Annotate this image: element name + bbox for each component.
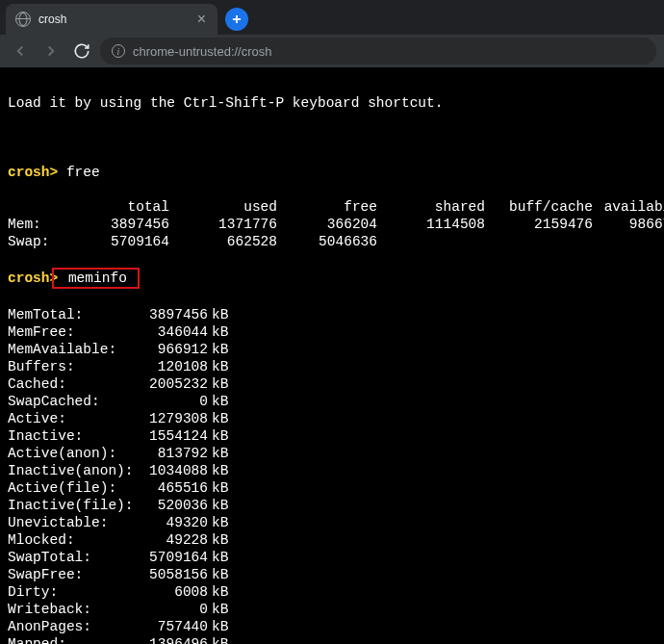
meminfo-label: MemFree: — [8, 323, 135, 341]
cell: 1371776 — [169, 216, 277, 233]
free-row-mem: Mem: 3897456 1371776 366204 1114508 2159… — [8, 216, 656, 233]
meminfo-row: Mapped:1396496kB — [8, 635, 656, 644]
terminal-blank — [8, 129, 656, 146]
meminfo-row: SwapCached:0kB — [8, 393, 656, 410]
meminfo-label: SwapFree: — [8, 566, 135, 583]
meminfo-row: MemTotal:3897456kB — [8, 306, 656, 323]
meminfo-unit: kB — [208, 635, 231, 644]
meminfo-row: Dirty:6008kB — [8, 583, 656, 601]
meminfo-unit: kB — [208, 479, 231, 497]
row-label: Mem: — [8, 216, 69, 233]
col-available: available — [593, 198, 664, 216]
free-row-swap: Swap: 5709164 662528 5046636 — [8, 233, 656, 250]
meminfo-value: 520036 — [135, 497, 208, 514]
new-tab-button[interactable] — [225, 8, 248, 31]
terminal-line: Load it by using the Ctrl-Shift-P keyboa… — [8, 94, 656, 112]
globe-icon — [15, 12, 31, 27]
meminfo-row: Active(file):465516kB — [8, 479, 656, 497]
meminfo-row: Inactive:1554124kB — [8, 427, 656, 445]
meminfo-label: SwapCached: — [8, 393, 135, 410]
cell: 2159476 — [485, 216, 593, 233]
meminfo-row: SwapTotal:5709164kB — [8, 549, 656, 566]
meminfo-label: Active: — [8, 410, 135, 427]
cell: 986676 — [593, 216, 664, 233]
col-blank — [8, 198, 69, 216]
meminfo-value: 1279308 — [135, 410, 208, 427]
meminfo-unit: kB — [208, 393, 231, 410]
cell: 662528 — [169, 233, 277, 250]
tab-bar: crosh × — [0, 0, 664, 35]
free-output: total used free shared buff/cache availa… — [8, 198, 656, 250]
meminfo-unit: kB — [208, 410, 231, 427]
cell: 366204 — [277, 216, 377, 233]
prompt: crosh> — [8, 270, 58, 286]
meminfo-row: Unevictable:49320kB — [8, 514, 656, 531]
close-icon[interactable]: × — [195, 12, 208, 27]
tab-title: crosh — [38, 13, 195, 26]
meminfo-unit: kB — [208, 497, 231, 514]
meminfo-label: Active(file): — [8, 479, 135, 497]
meminfo-label: Inactive(anon): — [8, 462, 135, 479]
meminfo-label: MemTotal: — [8, 306, 135, 323]
meminfo-label: Cached: — [8, 375, 135, 393]
meminfo-row: Inactive(file):520036kB — [8, 497, 656, 514]
meminfo-row: Cached:2005232kB — [8, 375, 656, 393]
meminfo-value: 5709164 — [135, 549, 208, 566]
col-free: free — [277, 198, 377, 216]
col-buffcache: buff/cache — [485, 198, 593, 216]
col-shared: shared — [377, 198, 485, 216]
col-total: total — [69, 198, 169, 216]
meminfo-value: 1554124 — [135, 427, 208, 445]
prompt: crosh> — [8, 165, 58, 180]
row-label: Swap: — [8, 233, 69, 250]
meminfo-value: 3897456 — [135, 306, 208, 323]
meminfo-row: Buffers:120108kB — [8, 358, 656, 375]
meminfo-value: 49228 — [135, 531, 208, 549]
meminfo-value: 1034088 — [135, 462, 208, 479]
meminfo-label: Dirty: — [8, 583, 135, 601]
command-text: free — [66, 165, 100, 180]
cell — [593, 233, 664, 250]
meminfo-unit: kB — [208, 375, 231, 393]
meminfo-unit: kB — [208, 341, 231, 358]
meminfo-value: 120108 — [135, 358, 208, 375]
cell: 5046636 — [277, 233, 377, 250]
meminfo-value: 49320 — [135, 514, 208, 531]
cell: 5709164 — [69, 233, 169, 250]
meminfo-unit: kB — [208, 583, 231, 601]
info-icon[interactable]: i — [112, 44, 125, 58]
meminfo-value: 2005232 — [135, 375, 208, 393]
meminfo-row: Writeback:0kB — [8, 601, 656, 618]
meminfo-row: MemFree:346044kB — [8, 323, 656, 341]
forward-button[interactable] — [38, 39, 64, 64]
meminfo-label: Writeback: — [8, 601, 135, 618]
meminfo-row: AnonPages:757440kB — [8, 618, 656, 635]
meminfo-label: AnonPages: — [8, 618, 135, 635]
meminfo-value: 0 — [135, 393, 208, 410]
address-bar[interactable]: i chrome-untrusted://crosh — [100, 38, 656, 64]
meminfo-unit: kB — [208, 306, 231, 323]
meminfo-row: Active:1279308kB — [8, 410, 656, 427]
meminfo-unit: kB — [208, 601, 231, 618]
arrow-left-icon — [12, 42, 29, 60]
terminal-command-line: crosh> free — [8, 164, 656, 181]
terminal[interactable]: Load it by using the Ctrl-Shift-P keyboa… — [0, 67, 664, 644]
reload-icon — [73, 42, 90, 60]
meminfo-unit: kB — [208, 462, 231, 479]
meminfo-label: MemAvailable: — [8, 341, 135, 358]
reload-button[interactable] — [69, 39, 94, 64]
meminfo-unit: kB — [208, 323, 231, 341]
meminfo-unit: kB — [208, 427, 231, 445]
back-button[interactable] — [8, 39, 33, 64]
meminfo-unit: kB — [208, 618, 231, 635]
meminfo-label: Unevictable: — [8, 514, 135, 531]
meminfo-label: Active(anon): — [8, 445, 135, 462]
meminfo-label: Inactive(file): — [8, 497, 135, 514]
meminfo-row: Mlocked:49228kB — [8, 531, 656, 549]
browser-tab[interactable]: crosh × — [6, 4, 217, 35]
meminfo-row: MemAvailable:966912kB — [8, 341, 656, 358]
terminal-command-line: crosh> meminfo — [8, 268, 656, 289]
meminfo-value: 5058156 — [135, 566, 208, 583]
highlighted-command: meminfo — [52, 268, 139, 289]
meminfo-label: Mlocked: — [8, 531, 135, 549]
